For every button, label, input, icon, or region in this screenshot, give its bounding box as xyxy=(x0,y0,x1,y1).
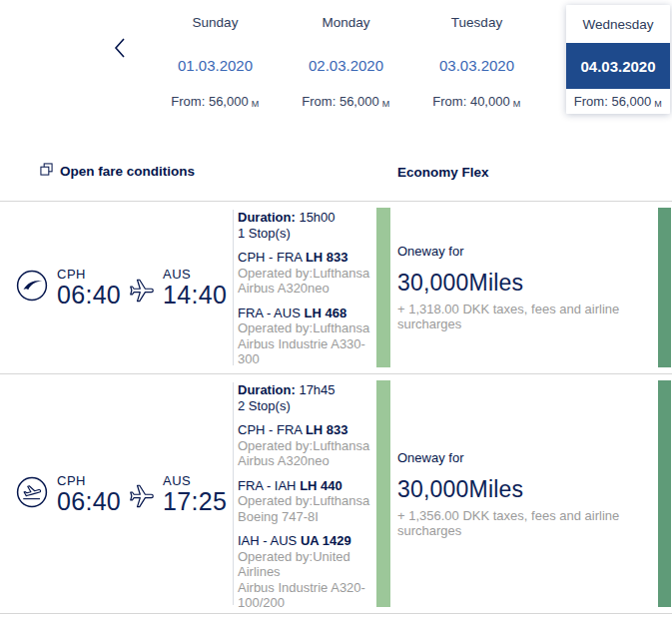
itinerary-details-cell: Duration: 15h00 1 Stop(s) CPH - FRA LH 8… xyxy=(233,202,376,373)
duration-value: 17h45 xyxy=(299,382,335,397)
chevron-left-icon xyxy=(113,48,127,63)
aircraft-type: Airbus Industrie A330-300 xyxy=(238,336,376,367)
oneway-label: Oneway for xyxy=(397,244,658,259)
itinerary-details-cell: Duration: 17h45 2 Stop(s) CPH - FRA LH 8… xyxy=(233,374,376,613)
arrival-airport: AUS xyxy=(163,474,227,487)
aircraft-type: Airbus A320neo xyxy=(238,453,376,469)
departure-block: CPH 06:40 xyxy=(57,474,121,514)
segment-route-line: CPH - FRA LH 833 xyxy=(238,250,376,266)
date-link[interactable]: 03.03.2020 xyxy=(411,57,542,74)
taxes-line: + 1,356.00 DKK taxes, fees and airline s… xyxy=(397,508,658,538)
miles-symbol: M xyxy=(654,99,662,109)
oneway-label: Oneway for xyxy=(397,450,658,465)
airplane-direction-icon xyxy=(127,483,157,514)
segment-route-line: FRA - IAH LH 440 xyxy=(238,478,376,494)
flight-segment: FRA - IAH LH 440 Operated by:Lufthansa B… xyxy=(238,478,376,525)
open-window-icon xyxy=(40,163,53,179)
flight-number: LH 440 xyxy=(300,478,342,493)
date-tab-monday[interactable]: Monday 02.03.2020 From: 56,000M xyxy=(281,8,411,114)
duration-value: 15h00 xyxy=(299,210,335,225)
date-tab-tuesday[interactable]: Tuesday 03.03.2020 From: 40,000M xyxy=(411,8,542,114)
aircraft-type: Airbus A320neo xyxy=(238,281,376,297)
departure-time: 06:40 xyxy=(57,283,121,308)
duration-line: Duration: 15h00 xyxy=(238,210,376,226)
fare-availability-bar-left xyxy=(376,202,390,373)
stops-line: 1 Stop(s) xyxy=(238,226,376,242)
segment-route-line: IAH - AUS UA 1429 xyxy=(238,533,376,549)
aircraft-type: Airbus Industrie A320-100/200 xyxy=(238,580,376,611)
weekday-label: Monday xyxy=(281,15,411,30)
operated-by: Operated by:Lufthansa xyxy=(238,438,376,454)
operated-by: Operated by:Lufthansa xyxy=(238,320,376,336)
award-flight-results-page: Sunday 01.03.2020 From: 56,000M Monday 0… xyxy=(0,0,672,621)
operated-by: Operated by:Lufthansa xyxy=(238,266,376,282)
segment-route-line: CPH - FRA LH 833 xyxy=(238,422,376,438)
operated-by: Operated by:United Airlines xyxy=(238,549,376,580)
date-link[interactable]: 01.03.2020 xyxy=(150,57,281,74)
weekday-label: Wednesday xyxy=(566,17,670,32)
miles-symbol: M xyxy=(252,99,260,109)
open-fare-conditions-link[interactable]: Open fare conditions xyxy=(40,163,195,179)
date-tab-wednesday-selected[interactable]: Wednesday 04.03.2020 From: 56,000M xyxy=(566,5,670,114)
lufthansa-crane-icon xyxy=(16,270,48,306)
plane-takeoff-icon xyxy=(16,476,48,512)
stops-line: 2 Stop(s) xyxy=(238,398,376,414)
flight-result-row: CPH 06:40 AUS 17:25 Duration: 17h45 2 St… xyxy=(0,374,672,614)
date-tab-sunday[interactable]: Sunday 01.03.2020 From: 56,000M xyxy=(150,8,281,114)
flight-segment: CPH - FRA LH 833 Operated by:Lufthansa A… xyxy=(238,422,376,469)
flight-segment: IAH - AUS UA 1429 Operated by:United Air… xyxy=(238,533,376,611)
departure-block: CPH 06:40 xyxy=(57,268,121,308)
miles-price: 30,000Miles xyxy=(397,270,658,297)
departure-airport: CPH xyxy=(57,474,121,487)
aircraft-type: Boeing 747-8I xyxy=(238,509,376,525)
arrival-time: 14:40 xyxy=(163,283,227,308)
taxes-line: + 1,318.00 DKK taxes, fees and airline s… xyxy=(397,302,658,331)
arrival-time: 17:25 xyxy=(163,489,227,514)
fare-price-cell[interactable]: Oneway for 30,000Miles + 1,318.00 DKK ta… xyxy=(390,202,658,373)
open-fare-conditions-label: Open fare conditions xyxy=(60,164,195,179)
from-price: From: 56,000M xyxy=(150,94,281,109)
arrival-airport: AUS xyxy=(163,268,227,281)
from-price: From: 56,000M xyxy=(566,94,670,109)
miles-symbol: M xyxy=(513,99,521,109)
departure-time: 06:40 xyxy=(57,489,121,514)
flight-segment: CPH - FRA LH 833 Operated by:Lufthansa A… xyxy=(238,250,376,297)
airplane-direction-icon xyxy=(127,278,157,309)
operated-by: Operated by:Lufthansa xyxy=(238,493,376,509)
fare-header-row: Open fare conditions Economy Flex xyxy=(0,150,672,202)
fare-class-column-header: Economy Flex xyxy=(397,165,489,180)
arrival-block: AUS 17:25 xyxy=(163,474,227,514)
fare-availability-bar-left xyxy=(376,374,390,613)
fare-availability-bar-right xyxy=(658,202,671,373)
from-price: From: 40,000M xyxy=(411,94,542,109)
flight-number: LH 468 xyxy=(304,306,346,320)
date-navigation-bar: Sunday 01.03.2020 From: 56,000M Monday 0… xyxy=(0,0,672,150)
duration-line: Duration: 17h45 xyxy=(238,382,376,398)
flight-summary-cell: CPH 06:40 AUS 14:40 xyxy=(0,202,233,373)
flight-summary-cell: CPH 06:40 AUS 17:25 xyxy=(0,374,233,613)
date-link: 04.03.2020 xyxy=(580,58,655,75)
departure-airport: CPH xyxy=(57,268,121,281)
from-price: From: 56,000M xyxy=(281,94,411,109)
previous-dates-button[interactable] xyxy=(110,36,130,62)
arrival-block: AUS 14:40 xyxy=(163,268,227,308)
miles-price: 30,000Miles xyxy=(397,476,658,503)
fare-price-cell[interactable]: Oneway for 30,000Miles + 1,356.00 DKK ta… xyxy=(390,374,658,613)
selected-date-band: 04.03.2020 xyxy=(566,43,670,89)
flight-result-row: CPH 06:40 AUS 14:40 Duration: 15h00 1 St… xyxy=(0,202,672,374)
flight-segment: FRA - AUS LH 468 Operated by:Lufthansa A… xyxy=(238,306,376,367)
miles-symbol: M xyxy=(382,99,390,109)
flight-number: LH 833 xyxy=(306,250,348,265)
flight-number: LH 833 xyxy=(306,422,348,437)
fare-availability-bar-right xyxy=(658,374,671,613)
date-link[interactable]: 02.03.2020 xyxy=(281,57,411,74)
weekday-label: Tuesday xyxy=(411,15,542,30)
segment-route-line: FRA - AUS LH 468 xyxy=(238,306,376,321)
flight-number: UA 1429 xyxy=(301,533,351,548)
weekday-label: Sunday xyxy=(150,15,281,30)
